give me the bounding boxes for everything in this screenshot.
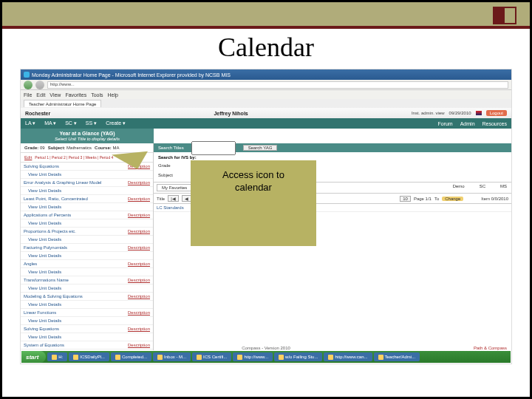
taskbar-item[interactable]: Inbox - M...	[153, 352, 191, 361]
col-ms: MS	[500, 184, 507, 191]
back-button[interactable]	[24, 81, 33, 89]
nav-resources[interactable]: Resources	[482, 121, 507, 126]
tab-favorites[interactable]: My Favorites	[157, 184, 192, 191]
menu-view[interactable]: View	[50, 92, 61, 98]
description-link[interactable]: Description	[128, 343, 150, 347]
unit-title[interactable]: Least Point, Ratio, Concentrated	[24, 197, 125, 201]
unit-row: Transformations NameDescription	[21, 276, 153, 284]
unit-row: Applications of PercentsDescription	[21, 211, 153, 219]
search-button[interactable]: Search YAG	[243, 145, 278, 151]
nav-admin[interactable]: Admin	[460, 121, 475, 126]
unit-title[interactable]: System of Equations	[24, 343, 125, 347]
taskbar-item[interactable]: w/o Failing Stu...	[274, 352, 322, 361]
menu-favorites[interactable]: Favorites	[65, 92, 86, 98]
unit-row: View Unit Details	[21, 236, 153, 244]
unit-row: View Unit Details	[21, 171, 153, 179]
description-link[interactable]: Description	[128, 180, 150, 185]
col-sc: SC	[480, 184, 485, 191]
menu-tools[interactable]: Tools	[91, 92, 103, 98]
pg-info: Page 1/1	[414, 197, 432, 201]
unit-title[interactable]: Applications of Percents	[24, 213, 125, 217]
description-link[interactable]: Description	[128, 213, 150, 217]
ie-menubar: File Edit View Favorites Tools Help	[21, 90, 511, 99]
menu-edit[interactable]: Edit	[36, 92, 45, 98]
description-link[interactable]: Description	[128, 229, 150, 233]
pg-first[interactable]: |◀	[168, 195, 179, 202]
search-bar: Search Titles Search YAG	[154, 143, 511, 152]
menu-file[interactable]: File	[24, 92, 32, 98]
description-link[interactable]: Description	[128, 245, 150, 250]
forward-button[interactable]	[35, 81, 44, 89]
unit-title[interactable]: Solving Equations	[24, 164, 125, 168]
unit-title[interactable]: Linear Functions	[24, 310, 125, 315]
copyright: Compass - Version 2010	[242, 346, 290, 350]
unit-title[interactable]: View Unit Details	[24, 302, 150, 307]
unit-title[interactable]: View Unit Details	[24, 221, 150, 225]
description-link[interactable]: Description	[128, 310, 150, 315]
unit-title[interactable]: Solving Equations	[24, 327, 125, 331]
unit-row: View Unit Details	[21, 268, 153, 276]
menu-help[interactable]: Help	[108, 92, 118, 98]
browser-tab[interactable]: Teacher Administrator Home Page	[24, 100, 101, 107]
taskbar-item[interactable]: http://www.can...	[324, 352, 372, 361]
taskbar-app-icon	[197, 355, 202, 360]
logout-button[interactable]: Logout	[486, 110, 507, 116]
nav-create[interactable]: Create ▾	[106, 120, 126, 126]
unit-title[interactable]: Modeling & Solving Equations	[24, 294, 125, 299]
callout-box: Access icon to calendar	[191, 160, 316, 246]
unit-title[interactable]: Error Analysis & Graphing Linear Model	[24, 180, 125, 185]
unit-title[interactable]: Angles	[24, 262, 125, 266]
taskbar-item[interactable]: H:	[47, 352, 67, 361]
unit-row: View Unit Details	[21, 203, 153, 211]
unit-title[interactable]: View Unit Details	[24, 172, 150, 177]
left-pane: Grade: 09 Subject: Mathematics Course: M…	[21, 143, 154, 350]
nav-ma[interactable]: MA ▾	[44, 120, 56, 126]
app-header: Rochester Jeffrey Nihols Inst. admin. vi…	[21, 108, 511, 118]
unit-title[interactable]: Transformations Name	[24, 278, 125, 282]
footer-link[interactable]: Path & Compass	[474, 346, 507, 350]
unit-title[interactable]: View Unit Details	[24, 205, 150, 209]
nav-la[interactable]: LA ▾	[25, 120, 35, 126]
taskbar-item[interactable]: Completed...	[111, 352, 151, 361]
nav-sc[interactable]: SC ▾	[65, 120, 77, 126]
unit-row: View Unit Details	[21, 284, 153, 293]
unit-row: System of EquationsDescription	[21, 341, 153, 349]
unit-title[interactable]: View Unit Details	[24, 253, 150, 258]
unit-row: View Unit Details	[21, 219, 153, 228]
unit-row: Modeling & Solving EquationsDescription	[21, 293, 153, 301]
description-link[interactable]: Description	[128, 262, 150, 266]
nav-ss[interactable]: SS ▾	[86, 120, 97, 126]
nav-forum[interactable]: Forum	[437, 121, 452, 126]
edit-link[interactable]: Edit	[24, 155, 32, 160]
ie-logo-icon	[24, 72, 30, 78]
unit-title[interactable]: Proportions & Projects etc.	[24, 229, 125, 233]
ie-titlebar: Monday Administrator Home Page - Microso…	[21, 69, 511, 80]
unit-title[interactable]: View Unit Details	[24, 270, 150, 274]
start-button[interactable]: start	[21, 351, 46, 363]
unit-title[interactable]: View Unit Details	[24, 335, 150, 339]
address-bar[interactable]: http://www...	[47, 81, 508, 89]
district-name: Rochester	[25, 111, 50, 116]
taskbar-app-icon	[157, 355, 163, 360]
subheader-line2: Select Unit Title to display details	[55, 137, 120, 142]
unit-title[interactable]: View Unit Details	[24, 318, 150, 323]
unit-row: View Unit Details	[21, 187, 153, 195]
description-link[interactable]: Description	[128, 197, 150, 201]
taskbar-item[interactable]: ICSDailyPl...	[69, 352, 109, 361]
description-link[interactable]: Description	[128, 294, 150, 299]
taskbar-item[interactable]: Teacher/Admi...	[374, 352, 420, 361]
slide-top-band	[2, 2, 530, 29]
description-link[interactable]: Description	[128, 327, 150, 331]
taskbar-item[interactable]: http://www...	[233, 352, 273, 361]
unit-title[interactable]: Factoring Polynomials	[24, 245, 125, 250]
taskbar-item[interactable]: ICS Certifi...	[192, 352, 231, 361]
unit-title[interactable]: View Unit Details	[24, 237, 150, 242]
ie-tabbar: Teacher Administrator Home Page	[21, 99, 511, 108]
unit-row: Factoring PolynomialsDescription	[21, 244, 153, 252]
unit-title[interactable]: View Unit Details	[24, 188, 150, 193]
window-title: Monday Administrator Home Page - Microso…	[32, 72, 231, 78]
pg-prev[interactable]: ◀	[182, 195, 191, 202]
pg-change[interactable]: Change	[442, 197, 463, 201]
description-link[interactable]: Description	[128, 278, 150, 282]
unit-title[interactable]: View Unit Details	[24, 286, 150, 290]
